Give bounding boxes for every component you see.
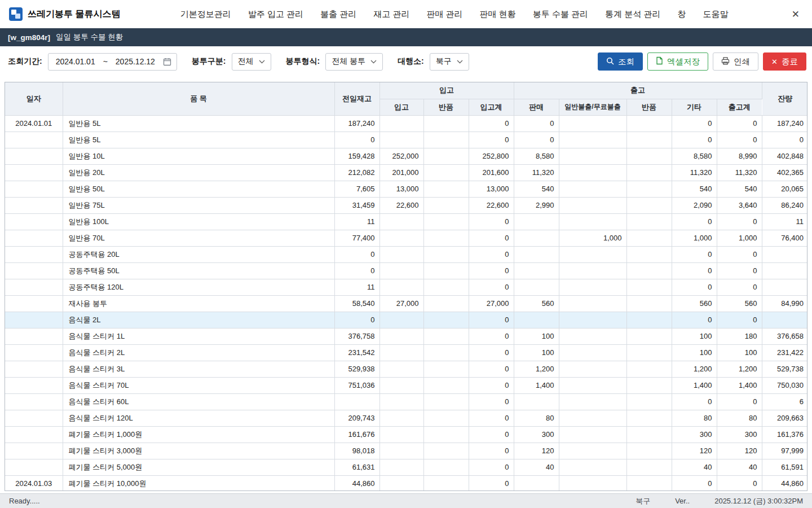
cell-sale: 0 (514, 132, 559, 148)
cell-in_qty (379, 115, 423, 132)
table-row[interactable]: 폐기물 스티커 5,000원61,631040404061,591 (5, 459, 807, 475)
cell-in_total: 0 (469, 312, 514, 328)
excel-save-button[interactable]: 엑셀저장 (647, 52, 708, 71)
cell-item: 공동주택용 50L (63, 262, 334, 279)
bag-form-select[interactable]: 전체 봉투 (325, 53, 383, 71)
cell-in_total: 0 (469, 246, 514, 262)
menu-item-sales-status[interactable]: 판매 현황 (480, 9, 516, 20)
cell-sale (514, 262, 559, 279)
cell-out_return (626, 344, 672, 361)
table-row[interactable]: 일반용 20L212,082201,000201,60011,32011,320… (5, 164, 807, 181)
bag-form-label: 봉투형식: (286, 56, 320, 67)
table-row[interactable]: 2024.01.03폐기물 스티커 10,000원44,86000044,860 (5, 475, 807, 491)
cell-issue (559, 148, 626, 164)
col-header-in-total: 입고계 (469, 99, 514, 115)
table-row[interactable]: 일반용 5L000000 (5, 132, 807, 148)
table-row[interactable]: 폐기물 스티커 1,000원161,6760300300300161,376 (5, 426, 807, 443)
cell-in_qty (379, 132, 423, 148)
cell-out_total: 0 (717, 115, 762, 132)
cell-out_total: 8,990 (717, 148, 762, 164)
cell-sale (514, 279, 559, 295)
main-menu: 기본정보관리 발주 입고 관리 불출 관리 재고 관리 판매 관리 판매 현황 … (120, 9, 788, 20)
cell-in_return (423, 459, 469, 475)
cell-out_total: 0 (717, 475, 762, 491)
cell-out_total: 3,640 (717, 197, 762, 213)
cell-date (5, 443, 63, 459)
table-row[interactable]: 일반용 75L31,45922,60022,6002,9902,0903,640… (5, 197, 807, 213)
cell-item: 재사용 봉투 (63, 295, 334, 312)
cell-sale (514, 213, 559, 230)
chevron-down-icon (457, 60, 463, 64)
table-row[interactable]: 일반용 70L77,40001,0001,0001,00076,400 (5, 230, 807, 246)
table-row[interactable]: 일반용 10L159,428252,000252,8008,5808,5808,… (5, 148, 807, 164)
menu-item-inventory[interactable]: 재고 관리 (373, 9, 409, 20)
cell-in_qty (379, 410, 423, 426)
search-button[interactable]: 조회 (598, 52, 643, 71)
cell-issue: 1,000 (559, 230, 626, 246)
cell-issue (559, 115, 626, 132)
cell-etc: 0 (672, 393, 717, 410)
menu-item-bag-ledger[interactable]: 봉투 수불 관리 (533, 9, 588, 20)
cell-date (5, 344, 63, 361)
exit-button[interactable]: ✕ 종료 (763, 52, 806, 71)
menu-item-basic-info[interactable]: 기본정보관리 (180, 9, 231, 20)
bag-type-select[interactable]: 전체 (232, 53, 271, 71)
cell-in_qty: 252,000 (379, 148, 423, 164)
cell-item: 일반용 70L (63, 230, 334, 246)
table-row[interactable]: 음식물 스티커 120L209,7430808080209,663 (5, 410, 807, 426)
table-row[interactable]: 일반용 50L7,60513,00013,00054054054020,065 (5, 181, 807, 197)
cell-prev_stock: 44,860 (334, 475, 379, 491)
printer-icon (721, 57, 730, 67)
table-row[interactable]: 음식물 스티커 70L751,03601,4001,4001,400750,03… (5, 377, 807, 393)
print-button[interactable]: 인쇄 (713, 52, 758, 71)
date-from-input[interactable]: 2024.01.01 (54, 57, 98, 66)
cell-out_return (626, 181, 672, 197)
cell-date: 2024.01.01 (5, 115, 63, 132)
table-row[interactable]: 음식물 스티커 2L231,5420100100100231,422 (5, 344, 807, 361)
col-header-issue: 일반불출/무료불출 (559, 99, 626, 115)
table-row[interactable]: 폐기물 스티커 3,000원98,018012012012097,999 (5, 443, 807, 459)
cell-etc: 1,400 (672, 377, 717, 393)
table-row[interactable]: 2024.01.01일반용 5L187,2400000187,240 (5, 115, 807, 132)
cell-in_total: 0 (469, 328, 514, 344)
cell-in_return (423, 197, 469, 213)
table-row[interactable]: 공동주택용 20L0000 (5, 246, 807, 262)
menu-item-window[interactable]: 창 (677, 9, 686, 20)
table-row[interactable]: 공동주택용 120L11000 (5, 279, 807, 295)
cell-out_return (626, 328, 672, 344)
table-row[interactable]: 음식물 스티커 60L0006 (5, 393, 807, 410)
table-row[interactable]: 음식물 2L0000 (5, 312, 807, 328)
cell-date (5, 426, 63, 443)
top-menu-bar: 쓰레기봉투 물류시스템 기본정보관리 발주 입고 관리 불출 관리 재고 관리 … (0, 0, 812, 28)
menu-item-issue[interactable]: 불출 관리 (320, 9, 356, 20)
cell-sale: 560 (514, 295, 559, 312)
cell-issue (559, 443, 626, 459)
cell-item: 일반용 20L (63, 164, 334, 181)
menu-item-order-inbound[interactable]: 발주 입고 관리 (248, 9, 303, 20)
agency-select[interactable]: 북구 (430, 53, 469, 71)
table-row[interactable]: 음식물 스티커 3L529,93801,2001,2001,200529,738 (5, 361, 807, 377)
table-row[interactable]: 음식물 스티커 1L376,7580100100180376,658 (5, 328, 807, 344)
cell-item: 폐기물 스티커 3,000원 (63, 443, 334, 459)
table-row[interactable]: 일반용 100L1100011 (5, 213, 807, 230)
cell-issue (559, 279, 626, 295)
col-group-inbound: 입고 (379, 82, 514, 99)
cell-remain (762, 262, 807, 279)
status-agency: 북구 (636, 496, 650, 506)
cell-in_qty (379, 426, 423, 443)
window-close-icon[interactable]: ✕ (788, 7, 803, 21)
cell-in_qty (379, 213, 423, 230)
calendar-icon[interactable] (163, 58, 171, 66)
date-range-field[interactable]: 2024.01.01 ~ 2025.12.12 (48, 53, 177, 71)
menu-item-statistics[interactable]: 통계 분석 관리 (605, 9, 660, 20)
menu-item-help[interactable]: 도움말 (703, 9, 728, 20)
cell-prev_stock: 61,631 (334, 459, 379, 475)
table-row[interactable]: 재사용 봉투58,54027,00027,00056056056084,990 (5, 295, 807, 312)
period-label: 조회기간: (8, 56, 42, 67)
table-row[interactable]: 공동주택용 50L0000 (5, 262, 807, 279)
cell-out_total: 0 (717, 279, 762, 295)
date-to-input[interactable]: 2025.12.12 (113, 57, 157, 66)
menu-item-sales-mgmt[interactable]: 판매 관리 (426, 9, 462, 20)
cell-sale: 1,200 (514, 361, 559, 377)
cell-remain: 402,848 (762, 148, 807, 164)
